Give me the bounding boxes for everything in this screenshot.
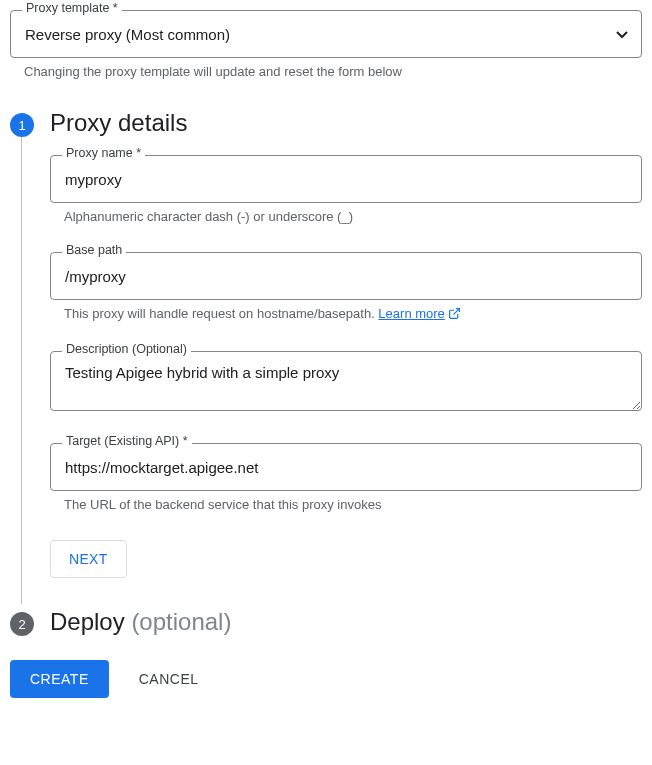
step-1-title: Proxy details bbox=[50, 109, 187, 137]
base-path-input[interactable] bbox=[50, 252, 642, 300]
step-2-circle: 2 bbox=[10, 612, 34, 636]
cancel-button[interactable]: CANCEL bbox=[139, 671, 199, 687]
step-2-header: 2 Deploy (optional) bbox=[10, 608, 642, 636]
target-input[interactable] bbox=[50, 443, 642, 491]
step-1-content: Proxy name * Alphanumeric character dash… bbox=[21, 137, 642, 604]
proxy-template-label: Proxy template * bbox=[22, 1, 122, 15]
description-label: Description (Optional) bbox=[62, 342, 191, 356]
next-button[interactable]: NEXT bbox=[50, 540, 127, 578]
step-1-header: 1 Proxy details bbox=[10, 109, 642, 137]
target-label: Target (Existing API) * bbox=[62, 434, 192, 448]
base-path-helper-text: This proxy will handle request on hostna… bbox=[64, 306, 378, 321]
description-field: Description (Optional) Testing Apigee hy… bbox=[50, 351, 642, 415]
external-link-icon bbox=[448, 307, 461, 323]
target-field: Target (Existing API) * bbox=[50, 443, 642, 491]
proxy-template-field: Proxy template * Reverse proxy (Most com… bbox=[10, 10, 642, 58]
base-path-helper: This proxy will handle request on hostna… bbox=[64, 306, 640, 323]
step-2-title: Deploy (optional) bbox=[50, 608, 231, 636]
proxy-template-select[interactable]: Reverse proxy (Most common) bbox=[10, 10, 642, 58]
learn-more-link[interactable]: Learn more bbox=[378, 306, 460, 321]
base-path-label: Base path bbox=[62, 243, 126, 257]
create-button[interactable]: CREATE bbox=[10, 660, 109, 698]
step-1-circle: 1 bbox=[10, 113, 34, 137]
svg-line-0 bbox=[453, 309, 459, 315]
proxy-template-helper: Changing the proxy template will update … bbox=[24, 64, 640, 79]
description-textarea[interactable]: Testing Apigee hybrid with a simple prox… bbox=[50, 351, 642, 411]
action-row: CREATE CANCEL bbox=[10, 660, 642, 698]
step-2-optional: (optional) bbox=[131, 608, 231, 635]
proxy-name-helper: Alphanumeric character dash (-) or under… bbox=[64, 209, 640, 224]
proxy-name-field: Proxy name * bbox=[50, 155, 642, 203]
target-helper: The URL of the backend service that this… bbox=[64, 497, 640, 512]
proxy-name-label: Proxy name * bbox=[62, 146, 145, 160]
proxy-name-input[interactable] bbox=[50, 155, 642, 203]
base-path-field: Base path bbox=[50, 252, 642, 300]
